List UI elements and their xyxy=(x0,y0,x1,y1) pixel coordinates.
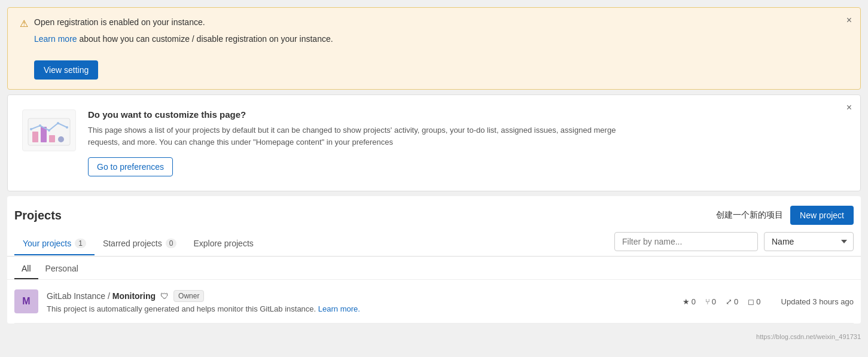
projects-title: Projects xyxy=(14,209,62,222)
star-icon: ★ xyxy=(683,297,690,306)
project-name-link[interactable]: Monitoring xyxy=(112,291,156,301)
starred-projects-badge: 0 xyxy=(166,239,177,248)
footer-url: https://blog.csdn.net/weixin_491731 xyxy=(0,328,868,345)
projects-tabs: Your projects 1 Starred projects 0 Explo… xyxy=(7,232,861,257)
table-row: M GitLab Instance / Monitoring 🛡 Owner T… xyxy=(14,280,854,324)
project-list: M GitLab Instance / Monitoring 🛡 Owner T… xyxy=(7,280,861,324)
merge-request-icon: ⤢ xyxy=(726,297,732,306)
tab-your-projects[interactable]: Your projects 1 xyxy=(14,233,95,255)
project-info: GitLab Instance / Monitoring 🛡 Owner Thi… xyxy=(47,290,674,313)
warning-icon: ⚠ xyxy=(20,18,28,29)
filter-input[interactable] xyxy=(614,232,758,251)
owner-badge: Owner xyxy=(173,290,204,302)
new-project-button[interactable]: New project xyxy=(790,206,854,225)
alert-text: Open registration is enabled on your ins… xyxy=(34,17,848,80)
issues-icon: ◻ xyxy=(748,297,754,306)
your-projects-badge: 1 xyxy=(75,239,86,248)
forks-count: 0 xyxy=(712,297,716,306)
new-project-hint: 创建一个新的项目 xyxy=(716,210,783,221)
merge-requests-count: 0 xyxy=(734,297,738,306)
card-illustration xyxy=(22,109,76,151)
issues-count: 0 xyxy=(756,297,760,306)
project-path: GitLab Instance / Monitoring xyxy=(47,291,156,301)
go-to-preferences-button[interactable]: Go to preferences xyxy=(88,157,173,176)
alert-description: Learn more about how you can customize /… xyxy=(34,34,848,44)
svg-point-6 xyxy=(48,129,50,132)
alert-close-button[interactable]: × xyxy=(846,15,852,26)
project-updated: Updated 3 hours ago xyxy=(781,297,854,306)
sort-select[interactable]: Name Last created Oldest created Last up… xyxy=(764,232,854,251)
view-setting-button[interactable]: View setting xyxy=(34,60,98,80)
shield-icon: 🛡 xyxy=(160,291,169,301)
project-description: This project is automatically generated … xyxy=(47,304,674,313)
avatar: M xyxy=(14,289,38,313)
customize-card: Do you want to customize this page? This… xyxy=(7,94,861,191)
stars-stat: ★ 0 xyxy=(683,297,696,306)
svg-rect-3 xyxy=(49,135,55,142)
svg-point-5 xyxy=(39,124,41,127)
svg-point-9 xyxy=(58,136,64,142)
learn-more-project-link[interactable]: Learn more. xyxy=(318,304,360,313)
issues-stat: ◻ 0 xyxy=(748,297,760,306)
card-title: Do you want to customize this page? xyxy=(88,109,846,120)
sub-tab-personal[interactable]: Personal xyxy=(38,259,86,279)
projects-section: Projects 创建一个新的项目 New project Your proje… xyxy=(7,196,861,324)
project-namespace: GitLab Instance / xyxy=(47,291,112,301)
project-stats: ★ 0 ⑂ 0 ⤢ 0 ◻ 0 xyxy=(683,297,761,306)
learn-more-link[interactable]: Learn more xyxy=(34,34,77,44)
tab-starred-projects[interactable]: Starred projects 0 xyxy=(95,233,185,255)
svg-point-8 xyxy=(66,126,68,129)
svg-rect-1 xyxy=(32,132,38,142)
sub-tab-all[interactable]: All xyxy=(14,259,38,279)
forks-stat: ⑂ 0 xyxy=(705,297,716,306)
tab-explore-projects[interactable]: Explore projects xyxy=(185,233,261,255)
tabs-right: Name Last created Oldest created Last up… xyxy=(614,232,854,256)
fork-icon: ⑂ xyxy=(705,297,710,306)
project-name-row: GitLab Instance / Monitoring 🛡 Owner xyxy=(47,290,674,302)
sub-tabs: All Personal xyxy=(7,259,861,280)
svg-point-7 xyxy=(57,122,59,124)
tabs-left: Your projects 1 Starred projects 0 Explo… xyxy=(14,233,262,255)
new-project-area: 创建一个新的项目 New project xyxy=(716,206,854,225)
illustration-svg xyxy=(25,112,73,148)
card-content: Do you want to customize this page? This… xyxy=(88,109,846,176)
customize-card-close-button[interactable]: × xyxy=(846,102,852,113)
projects-header: Projects 创建一个新的项目 New project xyxy=(14,196,854,232)
svg-point-4 xyxy=(30,128,32,130)
alert-banner: ⚠ Open registration is enabled on your i… xyxy=(7,7,861,90)
stars-count: 0 xyxy=(692,297,696,306)
alert-message: Open registration is enabled on your ins… xyxy=(34,17,848,27)
card-description: This page shows a list of your projects … xyxy=(88,124,626,148)
merge-requests-stat: ⤢ 0 xyxy=(726,297,738,306)
